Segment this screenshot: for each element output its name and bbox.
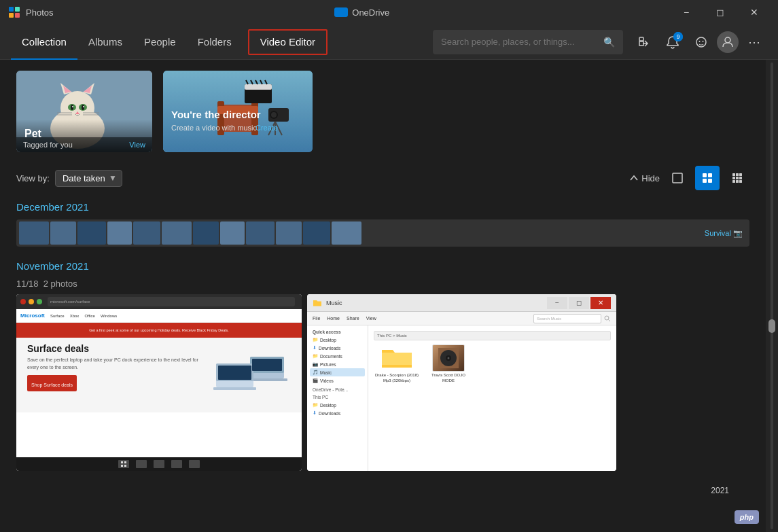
strip-thumb-7 xyxy=(193,221,219,245)
svg-text:Create: Create xyxy=(255,124,278,132)
hide-label: Hide xyxy=(641,173,660,183)
november-label: November 2021 xyxy=(16,260,749,272)
view-right-controls: Hide xyxy=(629,166,749,190)
close-button[interactable]: ✕ xyxy=(739,0,770,24)
pet-card-view-link[interactable]: View xyxy=(129,141,145,149)
svg-rect-63 xyxy=(736,180,739,183)
strip-thumb-6 xyxy=(162,221,192,245)
notifications-button[interactable]: 9 xyxy=(660,29,686,55)
svg-rect-54 xyxy=(703,179,707,183)
tab-video-editor[interactable]: Video Editor xyxy=(248,29,328,55)
minimize-button[interactable]: − xyxy=(671,0,702,24)
photo-2[interactable]: Music − ◻ ✕ File Home Share xyxy=(307,294,616,471)
svg-rect-60 xyxy=(736,177,739,179)
strip-thumb-5 xyxy=(133,221,160,245)
import-button[interactable] xyxy=(631,29,657,55)
folder-icon-1 xyxy=(381,344,413,372)
cards-row: Pet Tagged for you View xyxy=(16,71,749,152)
php-badge: php xyxy=(735,510,759,524)
view-grid-button[interactable] xyxy=(695,166,720,190)
strip-thumb-9 xyxy=(246,221,275,245)
photos-grid: microsoft.com/surface Microsoft Surface … xyxy=(16,294,749,471)
vertical-scrollbar[interactable] xyxy=(766,60,778,532)
svg-point-77 xyxy=(605,316,609,320)
single-view-icon xyxy=(671,172,684,184)
svg-rect-59 xyxy=(732,177,735,179)
svg-point-82 xyxy=(448,357,450,359)
strip-thumb-4 xyxy=(107,221,132,245)
grid-view-icon xyxy=(701,172,713,184)
svg-rect-72 xyxy=(252,359,282,371)
title-bar-left: Photos xyxy=(8,6,53,18)
svg-rect-64 xyxy=(739,180,742,183)
windows-taskbar-icon xyxy=(120,461,127,467)
director-image: You're the director Create a video with … xyxy=(163,71,313,152)
surface-banner-text: Get a first peek at some of our upcoming… xyxy=(89,328,229,332)
tab-folders[interactable]: Folders xyxy=(187,24,243,60)
view-small-grid-button[interactable] xyxy=(725,166,749,190)
svg-rect-75 xyxy=(121,465,123,467)
svg-text:You're the director: You're the director xyxy=(171,109,261,120)
photo-strip-december: Survival 📷 xyxy=(16,219,749,247)
face-recognition-button[interactable] xyxy=(688,29,714,55)
view-by-label: View by: xyxy=(16,173,50,183)
svg-rect-76 xyxy=(124,465,126,467)
tab-albums[interactable]: Albums xyxy=(77,24,133,60)
onedrive-area: OneDrive xyxy=(334,7,389,18)
scrollbar-thumb[interactable] xyxy=(768,319,775,333)
december-label: December 2021 xyxy=(16,201,749,213)
photo-1[interactable]: microsoft.com/surface Microsoft Surface … xyxy=(16,294,302,471)
hide-button[interactable]: Hide xyxy=(629,173,660,183)
svg-rect-55 xyxy=(708,179,712,183)
svg-line-78 xyxy=(609,319,611,321)
app-title: Photos xyxy=(26,7,53,18)
svg-point-7 xyxy=(703,41,704,42)
strip-thumb-11 xyxy=(303,221,330,245)
show-all-link[interactable]: Survival 📷 xyxy=(701,229,747,238)
scrollbar-track xyxy=(771,63,773,529)
main-area: Pet Tagged for you View xyxy=(0,60,778,532)
strip-thumb-10 xyxy=(276,221,302,245)
director-card-image: You're the director Create a video with … xyxy=(163,71,313,152)
view-single-button[interactable] xyxy=(665,166,690,190)
album-art xyxy=(438,348,459,368)
surface-site-image: microsoft.com/surface Microsoft Surface … xyxy=(16,294,302,471)
folder-item-2[interactable]: Travis Scott DOJO MODE xyxy=(425,344,472,384)
onedrive-label: OneDrive xyxy=(352,7,389,18)
scroll-content: Pet Tagged for you View xyxy=(0,60,766,532)
surface-title: Surface deals xyxy=(27,343,198,354)
director-card[interactable]: You're the director Create a video with … xyxy=(163,71,313,152)
folder-icon-small xyxy=(313,298,322,308)
laptop-svg xyxy=(209,343,291,404)
svg-rect-53 xyxy=(708,173,712,177)
strip-thumb-3 xyxy=(77,221,106,245)
pet-card-footer-text: Tagged for you xyxy=(23,141,73,149)
search-input[interactable] xyxy=(441,37,598,47)
strip-thumb-12 xyxy=(332,221,361,245)
notification-badge: 9 xyxy=(673,32,683,41)
svg-rect-58 xyxy=(739,173,742,176)
svg-point-5 xyxy=(696,37,706,47)
folder-label-2: Travis Scott DOJO MODE xyxy=(425,373,472,384)
view-by-select[interactable]: Date taken xyxy=(55,170,122,187)
pet-card[interactable]: Pet Tagged for you View xyxy=(16,71,152,152)
more-options-button[interactable]: ⋯ xyxy=(741,29,767,55)
december-2021-section: December 2021 Survival 📷 xyxy=(16,201,749,247)
svg-text:Create a video with music: Create a video with music xyxy=(171,124,257,132)
maximize-button[interactable]: ◻ xyxy=(705,0,736,24)
svg-rect-73 xyxy=(121,461,123,463)
svg-rect-62 xyxy=(732,180,735,183)
year-section: 2021 xyxy=(16,482,749,495)
avatar-icon xyxy=(722,36,734,48)
view-by-section: View by: Date taken ▼ xyxy=(16,170,122,187)
tab-people[interactable]: People xyxy=(133,24,187,60)
svg-rect-61 xyxy=(739,177,742,179)
search-icon: 🔍 xyxy=(603,37,615,48)
tab-collection[interactable]: Collection xyxy=(11,24,77,60)
face-icon xyxy=(694,35,708,49)
svg-rect-3 xyxy=(15,13,20,18)
folder-item-1[interactable]: Drake - Scorpion (2018) Mp3 (320kbps) xyxy=(374,344,420,384)
account-button[interactable] xyxy=(717,31,739,53)
svg-rect-52 xyxy=(703,173,707,177)
svg-rect-2 xyxy=(9,13,14,18)
